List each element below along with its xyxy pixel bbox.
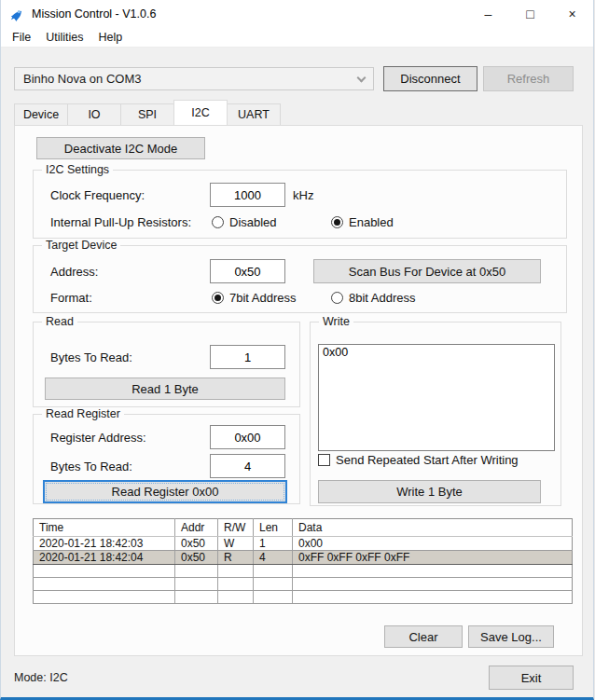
format-7bit-label: 7bit Address — [229, 291, 297, 305]
read-register-group: Read Register Register Address: Bytes To… — [33, 414, 300, 504]
radio-icon — [212, 216, 224, 228]
log-cell-data: 0xFF 0xFF 0xFF 0xFF — [293, 551, 573, 565]
target-device-title: Target Device — [42, 239, 120, 252]
menu-bar: File Utilities Help — [1, 28, 593, 48]
chevron-down-icon — [357, 73, 367, 82]
log-header-data: Data — [293, 519, 573, 537]
log-cell-time: 2020-01-21 18:42:03 — [34, 537, 175, 551]
title-bar: Mission Control - V1.0.6 – □ × — [1, 0, 593, 28]
pullup-resistors-label: Internal Pull-Up Resistors: — [50, 210, 191, 234]
log-header-len: Len — [254, 519, 293, 537]
log-cell-len: 4 — [254, 551, 293, 565]
register-bytes-input[interactable] — [210, 454, 285, 478]
i2c-tab-panel: Deactivate I2C Mode I2C Settings Clock F… — [14, 125, 583, 656]
bytes-to-read-input[interactable] — [210, 345, 285, 369]
format-label: Format: — [50, 285, 92, 309]
repeated-start-label: Send Repeated Start After Writing — [336, 453, 519, 467]
pullup-disabled-radio[interactable]: Disabled — [212, 210, 277, 234]
close-button[interactable]: × — [551, 0, 593, 28]
log-cell-addr: 0x50 — [175, 551, 218, 565]
log-row-empty — [34, 578, 573, 591]
app-window: Mission Control - V1.0.6 – □ × File Util… — [0, 0, 594, 700]
pullup-enabled-radio[interactable]: Enabled — [331, 210, 394, 234]
log-cell-rw: W — [218, 537, 254, 551]
read-register-title: Read Register — [42, 407, 124, 420]
log-cell-addr: 0x50 — [175, 537, 218, 551]
clear-log-button[interactable]: Clear — [384, 625, 463, 648]
repeated-start-checkbox[interactable]: Send Repeated Start After Writing — [318, 453, 519, 467]
window-title: Mission Control - V1.0.6 — [32, 7, 156, 21]
pullup-enabled-label: Enabled — [349, 215, 394, 229]
deactivate-i2c-button[interactable]: Deactivate I2C Mode — [36, 137, 205, 159]
log-header-time: Time — [34, 519, 175, 537]
log-row-empty — [34, 591, 573, 604]
tab-spi[interactable]: SPI — [120, 103, 174, 125]
log-cell-time: 2020-01-21 18:42:04 — [34, 551, 175, 565]
clock-frequency-label: Clock Frequency: — [50, 183, 145, 207]
write-title: Write — [319, 315, 353, 328]
log-cell-len: 1 — [254, 537, 293, 551]
pullup-disabled-label: Disabled — [229, 215, 277, 229]
log-header-row: Time Addr R/W Len Data — [34, 519, 573, 537]
register-address-input[interactable] — [210, 425, 285, 449]
radio-icon — [331, 292, 343, 304]
bytes-to-read-label: Bytes To Read: — [50, 345, 132, 369]
log-header-addr: Addr — [175, 519, 218, 537]
maximize-button[interactable]: □ — [509, 0, 551, 28]
checkbox-icon — [318, 454, 330, 466]
scan-bus-button[interactable]: Scan Bus For Device at 0x50 — [313, 259, 541, 283]
target-device-group: Target Device Address: Scan Bus For Devi… — [33, 245, 567, 313]
i2c-settings-title: I2C Settings — [42, 163, 113, 176]
save-log-button[interactable]: Save Log... — [468, 625, 554, 648]
tab-io[interactable]: IO — [67, 103, 121, 125]
app-icon — [9, 7, 24, 21]
log-row-selected[interactable]: 2020-01-21 18:42:04 0x50 R 4 0xFF 0xFF 0… — [34, 551, 573, 565]
radio-icon — [212, 292, 224, 304]
port-selector[interactable]: Binho Nova on COM3 — [14, 67, 374, 90]
tab-uart[interactable]: UART — [227, 103, 281, 125]
disconnect-button[interactable]: Disconnect — [383, 66, 477, 91]
refresh-button[interactable]: Refresh — [483, 66, 574, 91]
format-8bit-label: 8bit Address — [349, 291, 416, 305]
write-payload-textarea[interactable]: 0x00 — [318, 344, 555, 451]
clock-frequency-unit: kHz — [293, 183, 313, 207]
exit-button[interactable]: Exit — [489, 666, 574, 690]
log-row[interactable]: 2020-01-21 18:42:03 0x50 W 1 0x00 — [34, 537, 573, 551]
register-bytes-label: Bytes To Read: — [50, 454, 132, 478]
radio-icon — [331, 216, 343, 228]
menu-file[interactable]: File — [5, 29, 38, 46]
log-cell-data: 0x00 — [293, 537, 573, 551]
log-header-rw: R/W — [218, 519, 254, 537]
read-button[interactable]: Read 1 Byte — [45, 377, 285, 400]
minimize-button[interactable]: – — [467, 0, 509, 28]
read-title: Read — [42, 315, 77, 328]
port-selector-value: Binho Nova on COM3 — [23, 72, 141, 86]
read-group: Read Bytes To Read: Read 1 Byte — [33, 322, 300, 407]
tab-device[interactable]: Device — [14, 103, 68, 125]
transaction-log-table: Time Addr R/W Len Data 2020-01-21 18:42:… — [33, 518, 573, 604]
write-group: Write 0x00 Send Repeated Start After Wri… — [310, 322, 561, 506]
address-input[interactable] — [210, 259, 285, 283]
write-button[interactable]: Write 1 Byte — [318, 480, 541, 503]
menu-help[interactable]: Help — [90, 29, 130, 46]
address-label: Address: — [50, 259, 98, 283]
clock-frequency-input[interactable] — [210, 183, 285, 207]
mode-status-label: Mode: I2C — [14, 666, 68, 690]
tab-i2c[interactable]: I2C — [173, 100, 228, 125]
log-row-empty — [34, 565, 573, 578]
window-controls: – □ × — [467, 0, 593, 28]
log-cell-rw: R — [218, 551, 254, 565]
menu-utilities[interactable]: Utilities — [38, 29, 90, 46]
format-7bit-radio[interactable]: 7bit Address — [212, 285, 297, 309]
read-register-button[interactable]: Read Register 0x00 — [43, 480, 287, 503]
mode-tabs: Device IO SPI I2C UART — [14, 103, 281, 125]
register-address-label: Register Address: — [50, 425, 146, 449]
i2c-settings-group: I2C Settings Clock Frequency: kHz Intern… — [33, 170, 567, 239]
format-8bit-radio[interactable]: 8bit Address — [331, 285, 416, 309]
